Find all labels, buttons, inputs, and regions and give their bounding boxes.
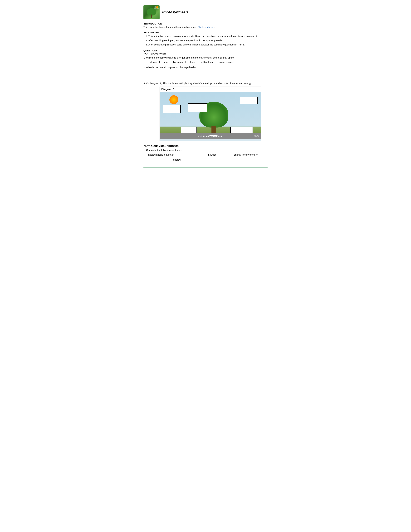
tree-trunk-img — [151, 15, 152, 18]
diagram-tree-trunk — [211, 126, 216, 134]
label-plants: plants — [150, 61, 157, 63]
q1-checkbox-row: plants fungi animals algae all bacteria … — [147, 61, 268, 63]
diagram-footer-brand: hhmi — [254, 135, 259, 137]
label-animals: animals — [174, 61, 183, 63]
diagram-label-mid-center[interactable] — [188, 103, 207, 112]
option-some-bacteria: some bacteria — [216, 61, 234, 63]
photosynthesis-link[interactable]: Photosynthesis — [198, 26, 214, 28]
procedure-list: This animation series contains seven par… — [148, 34, 268, 47]
sentence-mid: in which — [208, 153, 216, 156]
checkbox-some-bacteria[interactable] — [216, 61, 218, 63]
checkbox-animals[interactable] — [171, 61, 174, 63]
diagram-footer: Photosynthesis hhmi — [160, 133, 261, 139]
procedure-step-3: After completing all seven parts of the … — [148, 43, 268, 47]
intro-text: This worksheet complements the animation… — [143, 26, 268, 28]
blank-energy-form[interactable] — [147, 157, 172, 162]
procedure-step-2: After watching each part, answer the que… — [148, 39, 268, 42]
sentence-end: energy. — [173, 158, 181, 161]
procedure-label: PROCEDURE — [143, 31, 268, 34]
q3-item: 3. On Diagram 1, fill in the labels with… — [143, 82, 268, 141]
checkbox-all-bacteria[interactable] — [198, 61, 200, 63]
option-fungi: fungi — [159, 61, 168, 63]
option-plants: plants — [147, 61, 157, 63]
bottom-rule — [143, 167, 268, 168]
diagram-label-mid-left[interactable] — [163, 105, 181, 113]
label-algae: algae — [189, 61, 195, 63]
diagram-label-top-right[interactable] — [240, 97, 258, 104]
q3-text: 3. On Diagram 1, fill in the labels with… — [143, 82, 268, 85]
option-animals: animals — [171, 61, 183, 63]
blank-reactions[interactable] — [175, 152, 207, 157]
top-rule — [143, 3, 268, 3]
diagram1-title: Diagram 1 — [160, 87, 261, 92]
procedure-step-1: This animation series contains seven par… — [148, 34, 268, 38]
option-algae: algae — [186, 61, 195, 63]
page-title: Photosynthesis — [162, 10, 188, 14]
sentence-energy-type: energy is converted to — [234, 153, 258, 156]
q2-text: 2. What is the overall purpose of photos… — [143, 66, 268, 69]
diagram1-body: Photosynthesis hhmi — [160, 92, 261, 139]
q1-item: 1. Which of the following kinds of organ… — [143, 56, 268, 63]
procedure-section: PROCEDURE This animation series contains… — [143, 31, 268, 47]
questions-label: QUESTIONS — [143, 49, 268, 52]
diagram-sun — [169, 95, 178, 104]
introduction-section: INTRODUCTION This worksheet complements … — [143, 22, 268, 28]
checkbox-fungi[interactable] — [159, 61, 162, 63]
part1-title: PART 1: OVERVIEW — [143, 52, 268, 55]
q1-text: 1. Which of the following kinds of organ… — [143, 56, 268, 59]
page-header: Oxygen Water Carbon dioxide Photosynthes… — [143, 5, 268, 19]
label-all-bacteria: all bacteria — [201, 61, 213, 63]
diagram-footer-text: Photosynthesis — [198, 134, 222, 138]
intro-label: INTRODUCTION — [143, 22, 268, 25]
part1-section: PART 1: OVERVIEW 1. Which of the followi… — [143, 52, 268, 141]
q2-item: 2. What is the overall purpose of photos… — [143, 66, 268, 79]
checkbox-algae[interactable] — [186, 61, 188, 63]
checkbox-plants[interactable] — [147, 61, 149, 63]
q2-answer-space — [147, 70, 268, 79]
part2-q1-text: 1. Complete the following sentence. — [143, 149, 268, 151]
header-image: Oxygen Water Carbon dioxide — [143, 5, 159, 19]
part2-section: PART 2: CHEMICAL PROCESS 1. Complete the… — [143, 145, 268, 162]
sentence-start: Photosynthesis is a set of — [147, 153, 174, 156]
part2-title: PART 2: CHEMICAL PROCESS — [143, 145, 268, 147]
option-all-bacteria: all bacteria — [198, 61, 213, 63]
diagram1-container: Diagram 1 — [159, 86, 261, 141]
label-fungi: fungi — [163, 61, 168, 63]
blank-energy-type[interactable] — [217, 152, 233, 157]
part2-sentence: Photosynthesis is a set of in which ener… — [147, 152, 268, 162]
tree-thumbnail: Oxygen Water Carbon dioxide — [143, 5, 159, 19]
label-some-bacteria: some bacteria — [219, 61, 234, 63]
